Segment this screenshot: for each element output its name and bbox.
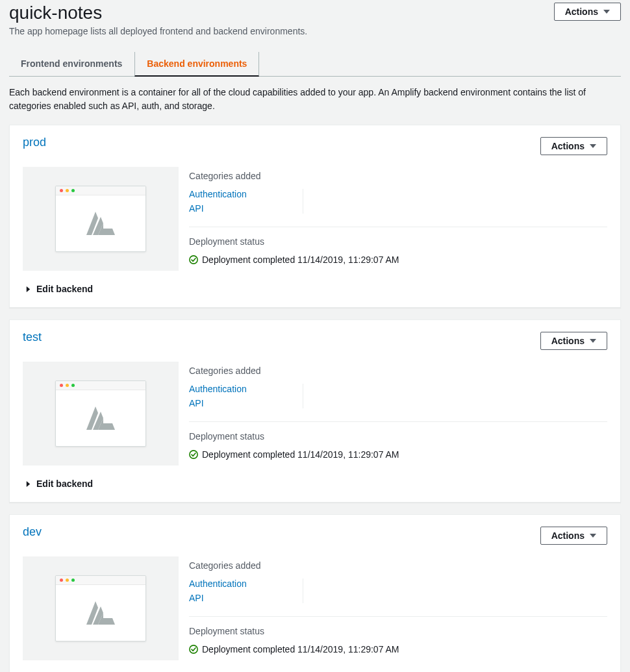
edit-backend-toggle[interactable]: Edit backend: [25, 284, 93, 294]
environment-name-link[interactable]: prod: [23, 136, 46, 149]
app-preview-window: [55, 575, 146, 641]
environment-actions-button[interactable]: Actions: [540, 332, 607, 350]
window-zoom-dot: [71, 189, 75, 192]
app-preview-window: [55, 186, 146, 252]
check-circle-icon: [189, 255, 198, 264]
environment-card: prod Actions Categories added: [9, 125, 621, 308]
deployment-status: Deployment completed 11/14/2019, 11:29:0…: [189, 255, 607, 265]
categories-list: AuthenticationAPI: [189, 579, 303, 603]
categories-list: AuthenticationAPI: [189, 189, 303, 214]
window-zoom-dot: [71, 579, 75, 582]
categories-added-label: Categories added: [189, 171, 607, 181]
environment-name-link[interactable]: dev: [23, 525, 42, 539]
window-close-dot: [60, 189, 63, 192]
categories-list: AuthenticationAPI: [189, 384, 303, 408]
svg-point-1: [190, 451, 197, 458]
tab-frontend-environments[interactable]: Frontend environments: [9, 52, 134, 76]
environment-actions-button[interactable]: Actions: [540, 527, 607, 545]
deployment-status: Deployment completed 11/14/2019, 11:29:0…: [189, 644, 607, 654]
actions-button-label: Actions: [551, 141, 585, 151]
svg-point-0: [190, 256, 197, 264]
category-link[interactable]: API: [189, 203, 303, 214]
deployment-status-label: Deployment status: [189, 626, 607, 636]
deployment-status-label: Deployment status: [189, 236, 607, 247]
environment-thumbnail: [23, 167, 179, 271]
category-link[interactable]: API: [189, 398, 303, 408]
category-link[interactable]: Authentication: [189, 384, 303, 394]
check-circle-icon: [189, 450, 198, 459]
window-close-dot: [60, 579, 63, 582]
window-minimize-dot: [66, 189, 69, 192]
app-preview-window: [55, 380, 146, 447]
actions-button-label: Actions: [565, 6, 598, 17]
amplify-logo-icon: [84, 405, 118, 431]
edit-backend-label: Edit backend: [36, 479, 93, 489]
window-zoom-dot: [71, 384, 75, 387]
page-subtitle: The app homepage lists all deployed fron…: [9, 26, 621, 36]
actions-button-label: Actions: [551, 336, 585, 346]
tab-description: Each backend environment is a container …: [9, 86, 621, 113]
category-link[interactable]: API: [189, 593, 303, 603]
deployment-status-text: Deployment completed 11/14/2019, 11:29:0…: [202, 644, 399, 654]
actions-button-label: Actions: [551, 530, 585, 541]
caret-right-icon: [25, 481, 31, 487]
edit-backend-toggle[interactable]: Edit backend: [25, 479, 93, 489]
categories-added-label: Categories added: [189, 366, 607, 376]
tab-backend-environments[interactable]: Backend environments: [134, 52, 259, 77]
page-actions-button[interactable]: Actions: [554, 3, 621, 21]
environment-name-link[interactable]: test: [23, 330, 42, 344]
amplify-logo-icon: [84, 210, 118, 236]
environment-card: test Actions Categories added: [9, 319, 621, 503]
page-title: quick-notes: [9, 3, 102, 23]
environment-actions-button[interactable]: Actions: [540, 137, 607, 155]
deployment-status-text: Deployment completed 11/14/2019, 11:29:0…: [202, 449, 399, 460]
caret-down-icon: [603, 8, 610, 15]
amplify-logo-icon: [84, 600, 118, 626]
deployment-status-label: Deployment status: [189, 431, 607, 442]
window-close-dot: [60, 384, 63, 387]
svg-point-2: [190, 645, 197, 653]
window-titlebar: [56, 576, 145, 585]
deployment-status: Deployment completed 11/14/2019, 11:29:0…: [189, 449, 607, 460]
environment-thumbnail: [23, 556, 179, 660]
environment-card: dev Actions Categories added: [9, 514, 621, 672]
window-minimize-dot: [66, 579, 69, 582]
edit-backend-label: Edit backend: [36, 284, 93, 294]
caret-right-icon: [25, 286, 31, 292]
caret-down-icon: [590, 143, 596, 149]
caret-down-icon: [590, 338, 596, 344]
caret-down-icon: [590, 532, 596, 539]
check-circle-icon: [189, 645, 198, 654]
window-titlebar: [56, 381, 145, 390]
environment-tabs: Frontend environments Backend environmen…: [9, 52, 621, 77]
window-minimize-dot: [66, 384, 69, 387]
environment-thumbnail: [23, 362, 179, 466]
category-link[interactable]: Authentication: [189, 189, 303, 199]
category-link[interactable]: Authentication: [189, 579, 303, 589]
window-titlebar: [56, 186, 145, 195]
categories-added-label: Categories added: [189, 560, 607, 571]
deployment-status-text: Deployment completed 11/14/2019, 11:29:0…: [202, 255, 399, 265]
